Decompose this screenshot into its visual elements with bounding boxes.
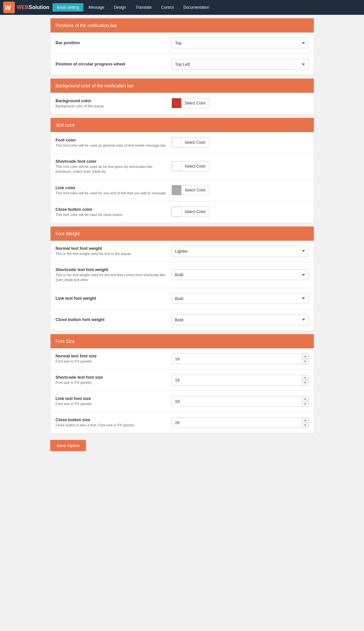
shortcode-text-size-spinners: ▲ ▼ (302, 375, 308, 385)
normal-text-size-input[interactable] (172, 354, 309, 364)
text-color-settings: Font color This font color will be used … (51, 132, 314, 223)
link-color-control: Select Color (172, 185, 309, 196)
close-btn-color-row: Close button color This font color will … (51, 201, 314, 223)
bg-color-section-header: Background color of the notification bar (51, 79, 314, 93)
link-text-size-row: Link text font size Font size in PX (pix… (51, 391, 314, 412)
tab-design[interactable]: Design (109, 3, 130, 12)
close-btn-color-btn-label: Select Color (182, 207, 209, 217)
shortcode-text-size-down[interactable]: ▼ (302, 380, 308, 385)
tab-basic-setting[interactable]: Basic setting (52, 3, 83, 12)
shortcode-color-row: Shortcode font color This font color wil… (51, 154, 314, 180)
close-btn-size-up[interactable]: ▲ (302, 418, 308, 423)
normal-text-weight-row: Normal text font weight This is the font… (51, 241, 314, 262)
font-weight-section-header: Font Weight (51, 227, 314, 241)
link-color-swatch (172, 185, 182, 195)
normal-text-weight-label: Normal text font weight This is the font… (56, 246, 172, 256)
font-weight-settings: Normal text font weight This is the font… (51, 241, 314, 330)
normal-text-size-row: Normal text font size Font size in PX (p… (51, 348, 314, 370)
link-text-weight-select[interactable]: Lighter Normal Bold Bolder (172, 293, 309, 304)
text-color-section: Text color Font color This font color wi… (50, 118, 314, 223)
position-section-header: Positions of the notification bar (51, 18, 314, 33)
close-btn-size-wrapper: ▲ ▼ (172, 417, 309, 428)
tab-documentation[interactable]: Documentation (179, 3, 214, 12)
link-text-size-spinners: ▲ ▼ (302, 396, 308, 406)
bg-color-swatch (172, 98, 182, 108)
tab-control[interactable]: Control (157, 3, 178, 12)
normal-text-size-control: ▲ ▼ (172, 354, 309, 364)
close-btn-color-label: Close button color This font color will … (56, 207, 172, 217)
bg-color-settings: Background color Background color of the… (51, 93, 314, 114)
shortcode-text-size-input[interactable] (172, 375, 309, 385)
link-text-size-input[interactable] (172, 396, 309, 407)
bg-color-row: Background color Background color of the… (51, 93, 314, 114)
tab-translate[interactable]: Translate (131, 3, 156, 12)
link-color-picker-btn[interactable]: Select Color (172, 185, 209, 195)
font-weight-section: Font Weight Normal text font weight This… (50, 226, 314, 331)
font-color-control: Select Color (172, 137, 309, 148)
bg-color-section: Background color of the notification bar… (50, 78, 314, 114)
progress-wheel-control: Top Left Top Right Bottom Left Bottom Ri… (172, 59, 309, 70)
close-btn-size-control: ▲ ▼ (172, 417, 309, 428)
shortcode-text-size-label: Shortcode text font size Font size in PX… (56, 375, 172, 385)
close-btn-color-picker-btn[interactable]: Select Color (172, 207, 209, 217)
font-color-swatch (172, 138, 182, 147)
close-btn-weight-label: Close button font weight (56, 317, 172, 323)
header: W WEBSolution Basic setting Message Desi… (0, 0, 364, 15)
link-color-row: Link color This font color will be used … (51, 180, 314, 201)
normal-text-size-wrapper: ▲ ▼ (172, 354, 309, 364)
bg-color-label: Background color Background color of the… (56, 98, 172, 109)
progress-wheel-label: Position of circular progress wheel (56, 62, 172, 67)
text-color-section-header: Text color (51, 118, 314, 132)
tab-message[interactable]: Message (84, 3, 109, 12)
logo-text: WEBSolution (17, 5, 49, 10)
shortcode-text-size-row: Shortcode text font size Font size in PX… (51, 370, 314, 391)
shortcode-text-weight-row: Shortcode text font weight This is the f… (51, 262, 314, 288)
font-size-section: Font Size Normal text font size Font siz… (50, 334, 314, 433)
bg-color-btn-label: Select Color (182, 98, 209, 108)
bar-position-row: Bar position Top Bottom (51, 33, 314, 54)
save-option-button[interactable]: Save Option (50, 440, 86, 451)
logo-icon: W (3, 2, 15, 13)
link-text-size-wrapper: ▲ ▼ (172, 396, 309, 407)
close-btn-color-swatch (172, 207, 182, 217)
close-btn-weight-select[interactable]: Lighter Normal Bold Bolder (172, 315, 309, 325)
normal-text-weight-select[interactable]: Lighter Normal Bold Bolder (172, 246, 309, 257)
font-size-settings: Normal text font size Font size in PX (p… (51, 348, 314, 433)
link-text-weight-control: Lighter Normal Bold Bolder (172, 293, 309, 304)
bar-position-control: Top Bottom (172, 38, 309, 48)
link-text-weight-label: Link text font weight (56, 296, 172, 301)
font-size-section-header: Font Size (51, 334, 314, 348)
shortcode-text-weight-label: Shortcode text font weight This is the f… (56, 267, 172, 283)
bg-color-control: Select Color (172, 98, 309, 109)
shortcode-color-label: Shortcode font color This font color wil… (56, 159, 172, 174)
progress-wheel-select[interactable]: Top Left Top Right Bottom Left Bottom Ri… (172, 59, 309, 70)
normal-text-size-up[interactable]: ▲ (302, 354, 308, 359)
close-btn-size-down[interactable]: ▼ (302, 423, 308, 428)
link-color-btn-label: Select Color (182, 185, 209, 195)
font-color-btn-label: Select Color (182, 138, 209, 147)
close-btn-weight-row: Close button font weight Lighter Normal … (51, 309, 314, 330)
logo: W WEBSolution (3, 2, 49, 13)
position-settings: Bar position Top Bottom Position of circ… (51, 33, 314, 75)
close-btn-size-input[interactable] (172, 417, 309, 428)
progress-wheel-row: Position of circular progress wheel Top … (51, 54, 314, 75)
link-text-size-up[interactable]: ▲ (302, 396, 308, 402)
shortcode-text-weight-select[interactable]: Lighter Normal Bold Bolder (172, 269, 309, 280)
link-text-size-control: ▲ ▼ (172, 396, 309, 407)
normal-text-size-label: Normal text font size Font size in PX (p… (56, 354, 172, 364)
bar-position-select[interactable]: Top Bottom (172, 38, 309, 48)
font-color-row: Font color This font color will be used … (51, 132, 314, 154)
font-color-label: Font color This font color will be used … (56, 138, 172, 148)
svg-text:W: W (5, 4, 11, 11)
bar-position-label: Bar position (56, 40, 172, 46)
font-color-picker-btn[interactable]: Select Color (172, 137, 209, 148)
shortcode-text-size-up[interactable]: ▲ (302, 375, 308, 380)
normal-text-size-down[interactable]: ▼ (302, 359, 308, 364)
main-content: Positions of the notification bar Bar po… (47, 15, 317, 458)
shortcode-color-picker-btn[interactable]: Select Color (172, 161, 209, 171)
link-text-size-down[interactable]: ▼ (302, 402, 308, 406)
shortcode-color-swatch (172, 161, 182, 171)
normal-text-size-spinners: ▲ ▼ (302, 354, 308, 364)
close-btn-weight-control: Lighter Normal Bold Bolder (172, 315, 309, 325)
bg-color-picker-btn[interactable]: Select Color (172, 98, 209, 108)
